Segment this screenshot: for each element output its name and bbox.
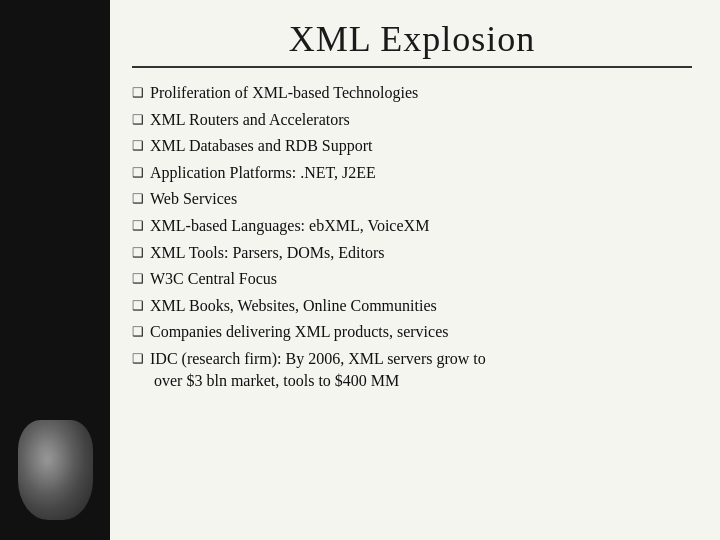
bullet-item-3: XML Databases and RDB Support	[132, 135, 692, 157]
bullet-icon-9	[132, 297, 150, 313]
bullet-icon-3	[132, 137, 150, 153]
bullet-text-11-line2: over $3 bln market, tools to $400 MM	[132, 370, 399, 392]
bullet-item-6: XML-based Languages: ebXML, VoiceXM	[132, 215, 692, 237]
bullet-icon-8	[132, 270, 150, 286]
slide-title: XML Explosion	[132, 18, 692, 60]
bullet-text-8: W3C Central Focus	[150, 268, 692, 290]
main-content: XML Explosion Proliferation of XML-based…	[110, 0, 720, 540]
bullet-text-4: Application Platforms: .NET, J2EE	[150, 162, 692, 184]
bullet-text-11-line1: IDC (research firm): By 2006, XML server…	[150, 348, 486, 370]
bullet-item-11: IDC (research firm): By 2006, XML server…	[132, 348, 692, 391]
stone-image	[18, 420, 93, 520]
bullet-icon-2	[132, 111, 150, 127]
bullet-text-10: Companies delivering XML products, servi…	[150, 321, 692, 343]
bullet-item-5: Web Services	[132, 188, 692, 210]
bullet-icon-6	[132, 217, 150, 233]
title-row: XML Explosion	[132, 18, 692, 68]
bullet-item-4: Application Platforms: .NET, J2EE	[132, 162, 692, 184]
bullet-text-7: XML Tools: Parsers, DOMs, Editors	[150, 242, 692, 264]
bullet-item-7: XML Tools: Parsers, DOMs, Editors	[132, 242, 692, 264]
sidebar	[0, 0, 110, 540]
bullet-item-2: XML Routers and Accelerators	[132, 109, 692, 131]
bullet-item-9: XML Books, Websites, Online Communities	[132, 295, 692, 317]
bullet-icon-7	[132, 244, 150, 260]
bullet-icon-1	[132, 84, 150, 100]
bullet-item-10: Companies delivering XML products, servi…	[132, 321, 692, 343]
bullet-text-9: XML Books, Websites, Online Communities	[150, 295, 692, 317]
bullet-icon-10	[132, 323, 150, 339]
bullet-icon-5	[132, 190, 150, 206]
bullet-icon-4	[132, 164, 150, 180]
bullet-list: Proliferation of XML-based TechnologiesX…	[132, 82, 692, 396]
bullet-icon-11	[132, 350, 150, 366]
bullet-text-2: XML Routers and Accelerators	[150, 109, 692, 131]
bullet-item-1: Proliferation of XML-based Technologies	[132, 82, 692, 104]
bullet-text-1: Proliferation of XML-based Technologies	[150, 82, 692, 104]
bullet-text-6: XML-based Languages: ebXML, VoiceXM	[150, 215, 692, 237]
bullet-text-3: XML Databases and RDB Support	[150, 135, 692, 157]
bullet-text-5: Web Services	[150, 188, 692, 210]
bullet-item-8: W3C Central Focus	[132, 268, 692, 290]
